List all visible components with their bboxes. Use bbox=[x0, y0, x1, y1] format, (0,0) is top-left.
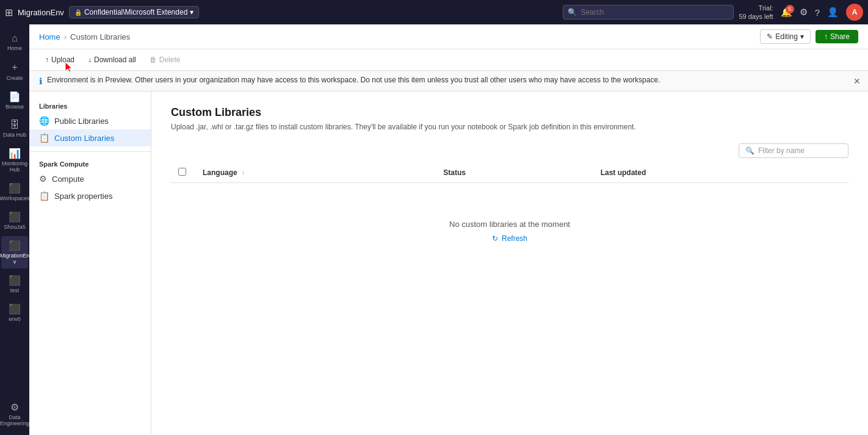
table-header-last-updated: Last updated bbox=[593, 163, 848, 183]
sidebar-label-env0: env0 bbox=[9, 316, 21, 322]
sidebar-item-browse[interactable]: 📄 Browse bbox=[1, 87, 28, 113]
content-area: Home › Custom Libraries ✎ Editing ▾ ↑ Sh… bbox=[29, 24, 868, 435]
env-badge[interactable]: 🔒 Confidential\Microsoft Extended ▾ bbox=[69, 6, 199, 18]
download-icon: ↓ bbox=[88, 56, 92, 64]
alert-banner: ℹ Environment is in Preview. Other users… bbox=[29, 71, 868, 92]
sidebar-label-shoujia: ShouJa5 bbox=[4, 224, 26, 230]
table-header-checkbox bbox=[171, 163, 195, 183]
create-icon: ＋ bbox=[10, 61, 20, 74]
spark-compute-section-title: Spark Compute bbox=[29, 157, 151, 170]
sidebar-label-home: Home bbox=[7, 45, 22, 51]
breadcrumb: Home › Custom Libraries bbox=[39, 32, 130, 41]
top-nav-left: ⊞ MigrationEnv 🔒 Confidential\Microsoft … bbox=[5, 6, 558, 18]
delete-label: Delete bbox=[159, 56, 181, 64]
split-content: Libraries 🌐 Public Libraries 📋 Custom Li… bbox=[29, 92, 868, 435]
help-icon[interactable]: ? bbox=[815, 7, 820, 18]
sidebar-item-shoujia[interactable]: ⬛ ShouJa5 bbox=[1, 207, 28, 234]
sidebar-label-test: test bbox=[10, 287, 20, 293]
test-icon: ⬛ bbox=[9, 275, 21, 286]
nav-search-icon: 🔍 bbox=[568, 8, 577, 16]
upload-icon: ↑ bbox=[45, 56, 49, 64]
editing-icon: ✎ bbox=[767, 32, 773, 41]
sidebar-item-monitoring[interactable]: 📊 Monitoring Hub bbox=[1, 144, 28, 176]
compute-icon: ⚙ bbox=[39, 174, 47, 184]
sidebar-item-compute[interactable]: ⚙ Compute bbox=[29, 170, 151, 187]
sidebar-label-migrationenv: MigrationEn v bbox=[0, 253, 29, 265]
filter-icon: 🔍 bbox=[745, 146, 754, 155]
left-nav-bottom: ⚙ Data Engineering bbox=[1, 398, 28, 430]
sidebar-item-data-engineering[interactable]: ⚙ Data Engineering bbox=[1, 398, 28, 430]
main-panel: Custom Libraries Upload .jar, .whl or .t… bbox=[151, 92, 868, 435]
breadcrumb-separator: › bbox=[64, 32, 67, 41]
sidebar-item-custom-libraries[interactable]: 📋 Custom Libraries bbox=[29, 129, 151, 146]
sidebar-label-monitoring: Monitoring Hub bbox=[2, 160, 27, 173]
sort-icon-language: ↑ bbox=[242, 170, 245, 176]
spark-properties-label: Spark properties bbox=[54, 192, 112, 201]
action-bar: Home › Custom Libraries ✎ Editing ▾ ↑ Sh… bbox=[29, 24, 868, 49]
public-libraries-icon: 🌐 bbox=[39, 116, 49, 126]
libraries-section-title: Libraries bbox=[29, 99, 151, 112]
trial-badge: Trial: 59 days left bbox=[739, 4, 773, 21]
sidebar-label-datahub: Data Hub bbox=[3, 132, 26, 138]
filter-by-name-input[interactable]: 🔍 Filter by name bbox=[739, 143, 848, 158]
select-all-checkbox[interactable] bbox=[178, 168, 186, 176]
alert-close-button[interactable]: ✕ bbox=[853, 76, 861, 86]
delete-icon: 🗑 bbox=[150, 56, 157, 64]
public-libraries-label: Public Libraries bbox=[54, 117, 109, 126]
page-title: Custom Libraries bbox=[171, 106, 848, 119]
compute-label: Compute bbox=[52, 174, 84, 184]
sidebar-label-data-engineering: Data Engineering bbox=[0, 414, 29, 426]
breadcrumb-current: Custom Libraries bbox=[70, 32, 130, 41]
sidebar-item-env0[interactable]: ⬛ env0 bbox=[1, 300, 28, 326]
home-icon: ⌂ bbox=[12, 33, 18, 44]
table-header-bar: 🔍 Filter by name bbox=[171, 143, 848, 158]
editing-label: Editing bbox=[775, 32, 798, 41]
app-name: MigrationEnv bbox=[18, 8, 64, 17]
refresh-icon: ↻ bbox=[492, 234, 498, 243]
env-label: Confidential\Microsoft Extended bbox=[84, 8, 187, 16]
filter-placeholder: Filter by name bbox=[758, 146, 805, 155]
share-icon: ↑ bbox=[824, 32, 828, 41]
share-button[interactable]: ↑ Share bbox=[816, 30, 858, 43]
person-icon[interactable]: 👤 bbox=[827, 7, 839, 18]
sidebar-label-browse: Browse bbox=[5, 104, 24, 110]
avatar[interactable]: A bbox=[846, 4, 863, 21]
upload-button[interactable]: ↑ Upload bbox=[39, 53, 81, 67]
sidebar-item-datahub[interactable]: 🗄 Data Hub bbox=[1, 116, 28, 142]
top-nav: ⊞ MigrationEnv 🔒 Confidential\Microsoft … bbox=[0, 0, 868, 24]
main-layout: ⌂ Home ＋ Create 📄 Browse 🗄 Data Hub 📊 Mo… bbox=[0, 24, 868, 435]
env-chevron: ▾ bbox=[190, 8, 193, 16]
alert-info-icon: ℹ bbox=[39, 76, 42, 86]
empty-state-message: No custom libraries at the moment bbox=[171, 220, 848, 229]
refresh-label: Refresh bbox=[502, 234, 527, 243]
top-nav-right: Trial: 59 days left 🔔 5 ⚙ ? 👤 A bbox=[739, 4, 863, 21]
lock-icon: 🔒 bbox=[74, 9, 82, 16]
custom-libraries-icon: 📋 bbox=[39, 133, 49, 143]
table-header-language[interactable]: Language ↑ bbox=[195, 163, 436, 183]
breadcrumb-home[interactable]: Home bbox=[39, 32, 60, 41]
sidebar-item-migrationenv[interactable]: ⬛ MigrationEn v bbox=[1, 236, 28, 268]
sidebar-item-home[interactable]: ⌂ Home bbox=[1, 29, 28, 55]
refresh-button[interactable]: ↻ Refresh bbox=[492, 234, 527, 243]
sidebar-divider bbox=[29, 151, 151, 152]
monitoring-icon: 📊 bbox=[9, 148, 21, 159]
table-header-status: Status bbox=[436, 163, 593, 183]
sidebar-item-workspaces[interactable]: ⬛ Workspaces bbox=[1, 179, 28, 205]
notification-count: 5 bbox=[786, 5, 794, 13]
sidebar-item-spark-properties[interactable]: 📋 Spark properties bbox=[29, 187, 151, 204]
download-all-button[interactable]: ↓ Download all bbox=[82, 53, 142, 67]
sidebar-item-test[interactable]: ⬛ test bbox=[1, 271, 28, 297]
grid-icon[interactable]: ⊞ bbox=[5, 7, 13, 18]
custom-libraries-label: Custom Libraries bbox=[54, 134, 114, 143]
notifications-button[interactable]: 🔔 5 bbox=[781, 7, 792, 18]
sidebar-item-create[interactable]: ＋ Create bbox=[1, 57, 28, 85]
left-nav: ⌂ Home ＋ Create 📄 Browse 🗄 Data Hub 📊 Mo… bbox=[0, 24, 29, 435]
editing-button[interactable]: ✎ Editing ▾ bbox=[760, 29, 811, 44]
empty-state-cell: No custom libraries at the moment ↻ Refr… bbox=[171, 183, 848, 280]
nav-search-input[interactable] bbox=[563, 5, 734, 20]
delete-button[interactable]: 🗑 Delete bbox=[143, 53, 187, 67]
settings-icon[interactable]: ⚙ bbox=[800, 7, 808, 18]
spark-properties-icon: 📋 bbox=[39, 191, 49, 201]
libraries-table: Language ↑ Status Last updated No custom… bbox=[171, 163, 848, 279]
sidebar-item-public-libraries[interactable]: 🌐 Public Libraries bbox=[29, 112, 151, 129]
